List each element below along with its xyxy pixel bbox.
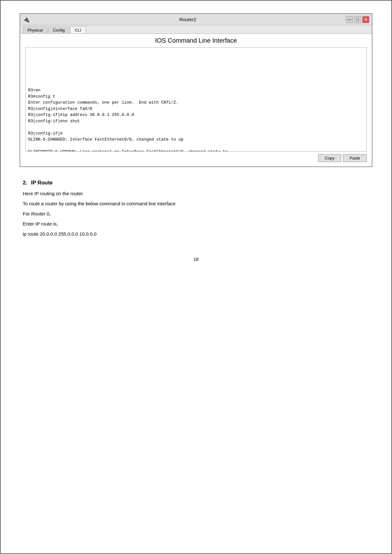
titlebar-left: 🔌 xyxy=(23,16,30,23)
minimize-button[interactable]: — xyxy=(346,16,353,23)
terminal-line xyxy=(28,63,364,69)
window-controls: — □ ✕ xyxy=(346,16,369,23)
tab-config[interactable]: Config xyxy=(48,27,69,33)
para-1: Here IP routing on the router. xyxy=(23,190,369,197)
page-number: 18 xyxy=(20,257,372,262)
terminal-line: R3>en xyxy=(28,87,364,93)
tab-physical[interactable]: Physical xyxy=(23,27,47,33)
section-title: IP Route xyxy=(31,180,53,186)
cli-terminal[interactable]: R3>en R3#config t Enter configuration co… xyxy=(25,47,367,152)
titlebar-center: Router2 xyxy=(30,17,346,22)
terminal-line: R3(config-if)# xyxy=(28,130,364,137)
terminal-line: %LINK-5-CHANGED: Interface FastEthernet0… xyxy=(28,136,364,143)
router-window: 🔌 Router2 — □ ✕ Physical Config CLI IOS … xyxy=(20,13,372,167)
document-section: 2.IP Route Here IP routing on the router… xyxy=(20,180,372,238)
terminal-line: R3(config)#interface fa0/0 xyxy=(28,106,364,112)
terminal-line: R3(config-if)#no shut xyxy=(28,118,364,124)
terminal-line xyxy=(28,124,364,130)
para-5: ip route 20.0.0.0 255.0.0.0 10.0.0.0 xyxy=(23,230,369,238)
tab-bar: Physical Config CLI xyxy=(20,25,372,34)
para-2: To route a router by using the below com… xyxy=(23,200,369,208)
titlebar: 🔌 Router2 — □ ✕ xyxy=(20,14,372,25)
maximize-button[interactable]: □ xyxy=(354,16,361,23)
cli-buttons: Copy Paste xyxy=(25,152,367,163)
para-3: For Router 0, xyxy=(23,210,369,218)
cli-area: IOS Command Line Interface R3>en R3#conf… xyxy=(20,34,372,166)
terminal-line xyxy=(28,57,364,63)
terminal-line: Enter configuration commands, one per li… xyxy=(28,99,364,106)
terminal-line xyxy=(28,50,364,57)
para-4: Enter IP route is, xyxy=(23,220,369,228)
section-heading: 2.IP Route xyxy=(23,180,369,186)
terminal-line: %LINEPROTO-5-UPDOWN: Line protocol on In… xyxy=(28,149,364,152)
router-icon: 🔌 xyxy=(23,16,30,23)
terminal-line xyxy=(28,75,364,81)
paste-button[interactable]: Paste xyxy=(343,154,367,162)
terminal-line xyxy=(28,143,364,149)
terminal-line xyxy=(28,81,364,87)
terminal-line: R3(config-if)#ip address 30.0.0.1 255.0.… xyxy=(28,112,364,118)
copy-button[interactable]: Copy xyxy=(318,154,341,162)
section-number: 2. xyxy=(23,180,27,186)
window-title: Router2 xyxy=(179,17,196,22)
tab-cli[interactable]: CLI xyxy=(70,27,86,33)
terminal-line: R3#config t xyxy=(28,93,364,100)
close-button[interactable]: ✕ xyxy=(362,16,369,23)
terminal-line xyxy=(28,69,364,75)
cli-heading: IOS Command Line Interface xyxy=(25,37,367,44)
